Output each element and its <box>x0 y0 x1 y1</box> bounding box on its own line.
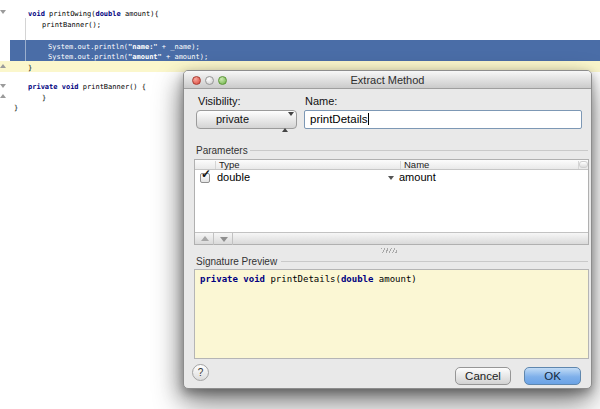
ok-button[interactable]: OK <box>524 367 581 385</box>
code-line-selected: System.out.println("name:" + _name); <box>48 42 200 52</box>
fold-close-icon[interactable] <box>0 94 6 98</box>
code-line: } <box>14 103 18 113</box>
cancel-button[interactable]: Cancel <box>455 367 511 385</box>
code-text: + _name); <box>158 43 200 51</box>
visibility-value: private <box>216 113 249 125</box>
code-text: System.out.println( <box>48 43 128 51</box>
type-dropdown-icon[interactable] <box>388 176 394 180</box>
code-line: void printOwing(double amount){ <box>28 9 159 19</box>
section-divider <box>281 261 588 262</box>
code-text: } <box>14 104 18 112</box>
dialog-titlebar[interactable]: Extract Method <box>184 71 591 89</box>
code-string: "name:" <box>128 43 158 51</box>
method-name-value: printDetails <box>310 113 368 125</box>
fold-close-icon[interactable] <box>0 64 6 68</box>
parameter-row[interactable]: ✓ double amount <box>195 171 588 184</box>
move-down-button[interactable] <box>214 233 233 245</box>
parameter-name[interactable]: amount <box>399 171 436 184</box>
section-divider <box>250 150 588 151</box>
column-divider <box>400 161 401 169</box>
signature-preview-box: private void printDetails(double amount) <box>194 269 589 359</box>
checkmark-icon: ✓ <box>201 168 211 181</box>
column-header-name: Name <box>404 160 429 170</box>
code-text: printBanner(); <box>42 21 101 29</box>
code-string: "amount" <box>128 53 162 61</box>
code-line: } <box>28 63 32 73</box>
code-text: } <box>42 94 46 102</box>
code-line: printBanner(); <box>42 20 101 30</box>
code-text: amount) <box>373 274 416 284</box>
arrow-down-icon <box>220 237 228 242</box>
code-text: amount){ <box>121 10 159 18</box>
code-line-selected: System.out.println("amount" + amount); <box>48 52 208 62</box>
column-divider <box>215 161 216 169</box>
indent-guide <box>25 18 26 40</box>
signature-preview-label: Signature Preview <box>196 256 277 267</box>
fold-open-icon[interactable] <box>0 84 6 88</box>
method-name-input[interactable]: printDetails <box>304 110 582 129</box>
table-toolbar <box>195 232 588 244</box>
code-text: + amount); <box>162 53 208 61</box>
code-text: System.out.println( <box>48 53 128 61</box>
code-text: printOwing( <box>49 10 95 18</box>
arrow-up-icon <box>201 236 209 241</box>
help-button[interactable]: ? <box>192 364 209 381</box>
move-up-button[interactable] <box>195 233 214 245</box>
code-keyword: private void <box>28 83 83 91</box>
scrollbar-cap <box>579 161 588 168</box>
table-header: Type Name <box>195 160 588 170</box>
name-label: Name: <box>305 95 337 107</box>
dropdown-stepper-icon <box>282 114 289 131</box>
code-keyword: void <box>28 10 49 18</box>
parameters-section-label: Parameters <box>196 145 248 156</box>
code-keyword: private void <box>200 274 270 284</box>
fold-open-icon[interactable] <box>0 10 6 14</box>
indent-guide <box>25 40 26 61</box>
parameter-checkbox[interactable]: ✓ <box>200 173 210 183</box>
code-text: printDetails( <box>270 274 340 284</box>
text-caret <box>368 113 369 125</box>
close-button[interactable] <box>192 76 201 85</box>
code-line: private void printBanner() { <box>28 82 146 92</box>
dialog-title: Extract Method <box>184 71 591 89</box>
visibility-label: Visibility: <box>198 95 241 107</box>
visibility-dropdown[interactable]: private <box>196 110 297 129</box>
zoom-button[interactable] <box>218 76 227 85</box>
code-keyword: double <box>341 274 374 284</box>
splitter-grip[interactable] <box>381 248 397 253</box>
extract-method-dialog: Extract Method Visibility: Name: private… <box>183 70 592 389</box>
code-text: } <box>28 64 32 72</box>
code-keyword: double <box>95 10 120 18</box>
parameter-type: double <box>217 171 250 184</box>
column-header-type: Type <box>219 160 240 170</box>
code-line: } <box>42 93 46 103</box>
code-text: printBanner() { <box>83 83 146 91</box>
minimize-button[interactable] <box>205 76 214 85</box>
parameters-table[interactable]: Type Name ✓ double amount <box>194 159 589 245</box>
